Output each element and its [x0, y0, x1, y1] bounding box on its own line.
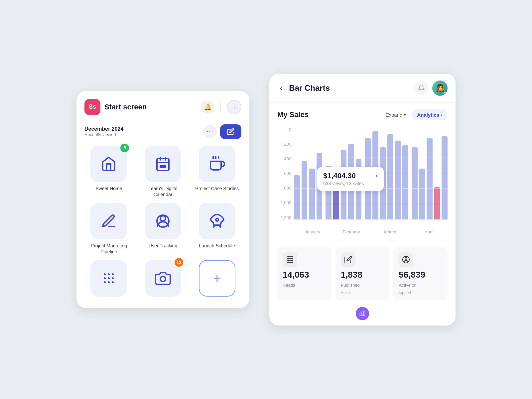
date-label: December 2024	[84, 126, 123, 132]
add-new-box[interactable]: +	[199, 260, 235, 297]
svg-point-16	[112, 277, 114, 279]
rocket-icon	[209, 213, 225, 229]
chart-wrapper: 1,200 1,000 800 600 400 200 0	[277, 127, 448, 240]
grid-item-teams-digital-calendar[interactable]: Team's Digital Calendar	[139, 146, 188, 198]
bar-apr-1	[412, 147, 418, 220]
user-circle-icon	[399, 252, 413, 267]
user-icon	[155, 213, 171, 229]
header-divider	[220, 102, 221, 112]
svg-rect-27	[360, 313, 361, 316]
analytics-button[interactable]: Analytics ›	[412, 109, 448, 120]
calendar-icon	[155, 156, 171, 172]
left-title: Start screen	[104, 103, 197, 111]
user-icon-box	[145, 203, 181, 239]
items-grid: 5 Sweet Home Team's Digital Calendar	[84, 146, 241, 300]
grid-item-grid[interactable]	[84, 260, 133, 300]
stat-published-posts[interactable]: 1,838 Published Posts	[335, 247, 390, 300]
camera-icon-box: 12	[145, 260, 181, 297]
expand-button[interactable]: Expand ▾	[385, 112, 406, 118]
bottom-hint	[269, 307, 456, 326]
bar-mar-6	[402, 145, 408, 219]
camera-icon	[155, 270, 171, 286]
published-label: Published	[341, 283, 384, 288]
active-value: 56,839	[399, 270, 442, 280]
tooltip-amount: $1,404.30 ›	[323, 172, 378, 180]
badge-12: 12	[175, 258, 183, 267]
project-case-studies-label: Project Case Studies	[195, 186, 239, 192]
bar-apr-highlight	[434, 187, 440, 220]
grid-icon	[101, 270, 117, 286]
badge-5: 5	[120, 144, 129, 152]
svg-point-10	[216, 218, 218, 221]
x-label-jan: January	[294, 229, 331, 234]
app-logo: Ss	[84, 99, 100, 115]
chart-tooltip: $1,404.30 › 638 views, 13 sales	[317, 167, 384, 191]
svg-point-15	[108, 277, 110, 279]
grid-item-add[interactable]: +	[193, 260, 241, 300]
teams-digital-calendar-label: Team's Digital Calendar	[139, 186, 188, 198]
reads-label: Reads	[283, 283, 326, 288]
project-marketing-pipeline-label: Project Marketing Pipeline	[84, 243, 133, 255]
chart-top-row: My Sales Expand ▾ Analytics ›	[277, 109, 448, 120]
h-line-1200	[294, 127, 448, 127]
chevron-right-icon: ›	[441, 112, 442, 118]
edit-icon-box	[90, 203, 127, 239]
active-label: Active or	[399, 283, 442, 288]
svg-point-12	[108, 273, 110, 275]
grid-item-project-case-studies[interactable]: Project Case Studies	[193, 146, 241, 198]
bar-apr-5	[442, 136, 448, 219]
reads-value: 14,063	[283, 270, 326, 280]
start-screen-card: Ss Start screen 🔔 + December 2024 Recent…	[76, 91, 249, 308]
table-icon	[283, 252, 297, 267]
svg-rect-0	[157, 159, 169, 171]
bar-jan-2	[302, 161, 308, 220]
home-icon	[101, 156, 117, 172]
online-indicator	[444, 92, 447, 95]
svg-point-14	[104, 277, 106, 279]
grid-item-launch-schedule[interactable]: Launch Schedule	[193, 203, 241, 255]
more-options-button[interactable]: ···	[203, 125, 217, 138]
edit-button[interactable]	[220, 124, 241, 139]
svg-point-25	[405, 257, 407, 259]
svg-rect-29	[364, 311, 365, 316]
date-section: December 2024 Recently viewed ···	[84, 124, 241, 139]
x-label-apr: April	[410, 229, 448, 234]
rocket-icon-box	[199, 203, 235, 239]
sweet-home-label: Sweet Home	[95, 186, 122, 192]
add-button-header[interactable]: +	[227, 100, 241, 114]
bar-mar-4	[387, 134, 393, 220]
svg-point-19	[112, 281, 114, 283]
date-actions: ···	[203, 124, 241, 139]
user-avatar: 🧑‍🎤	[432, 80, 448, 96]
y-axis: 1,200 1,000 800 600 400 200 0	[277, 127, 294, 220]
svg-rect-4	[160, 165, 166, 168]
left-header: Ss Start screen 🔔 +	[84, 99, 241, 115]
grid-item-camera[interactable]: 12	[139, 260, 188, 300]
svg-point-20	[160, 276, 166, 282]
stat-reads[interactable]: 14,063 Reads	[277, 247, 332, 300]
svg-point-13	[112, 273, 114, 275]
bell-icon	[418, 84, 425, 92]
grid-item-user-tracking[interactable]: User Tracking	[139, 203, 188, 255]
purple-indicator	[356, 307, 369, 320]
back-button[interactable]: ‹	[277, 82, 285, 94]
coffee-icon	[209, 156, 225, 172]
edit-stat-icon	[341, 252, 355, 267]
bar-charts-title: Bar Charts	[289, 83, 410, 93]
coffee-icon-box	[199, 146, 235, 182]
notification-button[interactable]	[414, 81, 428, 95]
svg-point-17	[104, 281, 106, 283]
notification-bell-button[interactable]: 🔔	[201, 100, 214, 114]
svg-point-8	[160, 216, 166, 221]
sweet-home-icon-box: 5	[90, 146, 127, 182]
grid-icon-box	[90, 260, 127, 297]
recently-label: Recently viewed	[84, 132, 123, 137]
stat-active-tapped[interactable]: 56,839 Active or tapped	[393, 247, 448, 300]
grid-item-sweet-home[interactable]: 5 Sweet Home	[84, 146, 133, 198]
launch-schedule-label: Launch Schedule	[199, 243, 235, 249]
grid-item-project-marketing-pipeline[interactable]: Project Marketing Pipeline	[84, 203, 133, 255]
pencil2-icon	[101, 213, 117, 229]
bar-charts-card: ‹ Bar Charts 🧑‍🎤 My Sales Expand ▾ Analy…	[269, 74, 456, 326]
chart-bar-icon	[359, 310, 366, 317]
bar-mar-5	[395, 141, 401, 219]
